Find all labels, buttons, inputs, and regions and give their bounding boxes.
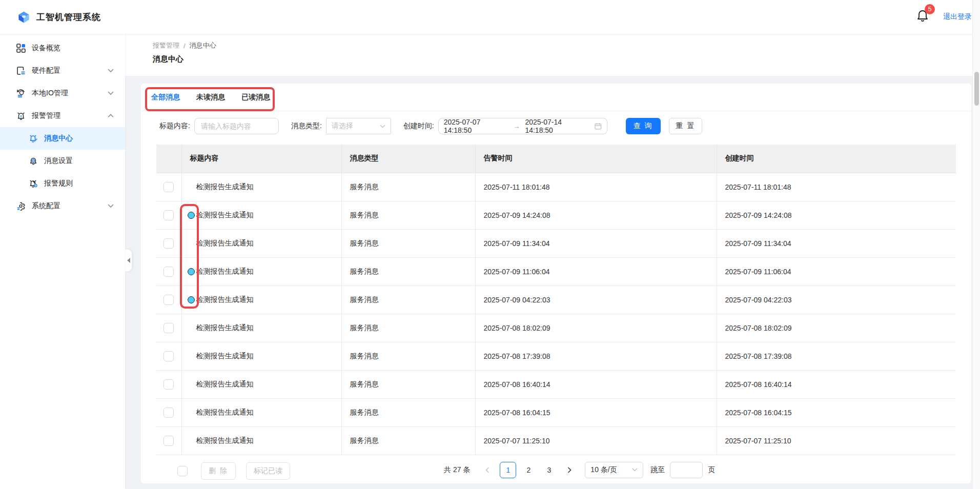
grid-icon xyxy=(16,44,26,53)
delete-button[interactable]: 删 除 xyxy=(201,462,236,480)
sidebar-subitem-label: 消息设置 xyxy=(44,156,73,166)
sidebar-item-system-config[interactable]: 系统配置 xyxy=(0,195,125,217)
page-size-select[interactable]: 10 条/页 xyxy=(585,462,643,478)
alarm-icon xyxy=(16,111,26,120)
title-filter-label: 标题内容: xyxy=(159,121,190,131)
pagination-prev-button[interactable] xyxy=(479,462,496,478)
page-unit-label: 页 xyxy=(708,465,715,475)
message-settings-icon xyxy=(29,156,38,166)
table-row: 检测报告生成通知 服务消息 2025-07-08 18:02:09 2025-0… xyxy=(156,314,956,342)
row-checkbox[interactable] xyxy=(164,267,174,277)
table-row: 检测报告生成通知 服务消息 2025-07-09 04:22:03 2025-0… xyxy=(156,286,956,314)
tab-unread-messages[interactable]: 未读消息 xyxy=(196,84,225,111)
page-head: 报警管理 / 消息中心 消息中心 xyxy=(125,34,980,76)
breadcrumb-separator: / xyxy=(183,42,186,50)
row-alarm-time: 2025-07-09 04:22:03 xyxy=(475,286,717,314)
pagination-page-2[interactable]: 2 xyxy=(520,462,537,478)
column-header-type: 消息类型 xyxy=(341,145,475,173)
sidebar-subitem-alarm-rules[interactable]: 报警规则 xyxy=(0,172,125,195)
unread-dot xyxy=(188,296,195,303)
page-scrollbar xyxy=(972,0,980,489)
gear-icon xyxy=(16,201,26,211)
table-row: 检测报告生成通知 服务消息 2025-07-08 16:40:14 2025-0… xyxy=(156,370,956,398)
row-checkbox[interactable] xyxy=(164,351,174,361)
select-all-checkbox[interactable] xyxy=(177,466,188,476)
app-title: 工智机管理系统 xyxy=(36,11,101,23)
tab-read-messages[interactable]: 已读消息 xyxy=(241,84,270,111)
row-create-time: 2025-07-09 14:24:08 xyxy=(717,201,956,229)
row-title: 检测报告生成通知 xyxy=(196,436,254,444)
row-checkbox[interactable] xyxy=(164,295,174,305)
row-type: 服务消息 xyxy=(341,342,475,370)
mark-read-button[interactable]: 标记已读 xyxy=(246,462,290,480)
sidebar-subitem-label: 消息中心 xyxy=(44,134,73,143)
chevron-left-icon xyxy=(485,467,489,473)
row-type: 服务消息 xyxy=(341,229,475,257)
row-type: 服务消息 xyxy=(341,286,475,314)
main-content: 报警管理 / 消息中心 消息中心 全部消息 未读消息 已读消息 标题内容: 消息… xyxy=(125,34,980,489)
sidebar-item-alarm-management[interactable]: 报警管理 xyxy=(0,105,125,127)
row-checkbox[interactable] xyxy=(164,323,174,333)
select-chevron-icon xyxy=(380,125,385,128)
row-create-time: 2025-07-09 04:22:03 xyxy=(717,286,956,314)
row-title: 检测报告生成通知 xyxy=(196,380,254,388)
row-title: 检测报告生成通知 xyxy=(196,323,254,332)
notification-bell-button[interactable]: 5 xyxy=(916,9,930,25)
sidebar-item-device-overview[interactable]: 设备概览 xyxy=(0,37,125,59)
sidebar-subitem-message-center[interactable]: 消息中心 xyxy=(0,127,125,150)
filter-bar: 标题内容: 消息类型: 请选择 创建时间: 2025-07-07 14:18:5… xyxy=(141,111,971,135)
message-center-card: 全部消息 未读消息 已读消息 标题内容: 消息类型: 请选择 创建时间: 202… xyxy=(141,84,971,483)
row-checkbox[interactable] xyxy=(164,238,174,249)
jump-page-input[interactable] xyxy=(670,462,703,478)
table-row: 检测报告生成通知 服务消息 2025-07-07 11:25:10 2025-0… xyxy=(156,426,956,455)
pagination-total: 共 27 条 xyxy=(444,465,470,475)
row-checkbox[interactable] xyxy=(164,379,174,390)
row-checkbox[interactable] xyxy=(164,182,174,192)
type-filter-label: 消息类型: xyxy=(291,121,322,131)
row-type: 服务消息 xyxy=(341,173,475,201)
chevron-down-icon xyxy=(108,91,114,95)
type-filter-select[interactable]: 请选择 xyxy=(326,118,391,134)
row-create-time: 2025-07-09 11:06:04 xyxy=(717,257,956,286)
pagination-next-button[interactable] xyxy=(561,462,578,478)
notification-badge: 5 xyxy=(925,4,935,14)
row-checkbox[interactable] xyxy=(164,210,174,220)
breadcrumb: 报警管理 / 消息中心 xyxy=(153,41,980,50)
pagination-page-3[interactable]: 3 xyxy=(541,462,557,478)
sidebar-subitem-message-settings[interactable]: 消息设置 xyxy=(0,150,125,172)
row-type: 服务消息 xyxy=(341,314,475,342)
sidebar-item-label: 硬件配置 xyxy=(32,66,60,75)
sidebar-item-hardware-config[interactable]: 硬件配置 xyxy=(0,59,125,82)
column-header-alarm-time: 告警时间 xyxy=(475,145,717,173)
sidebar-item-local-io[interactable]: 本地IO管理 xyxy=(0,82,125,105)
sidebar-collapse-handle[interactable] xyxy=(125,250,132,271)
row-checkbox[interactable] xyxy=(164,408,174,418)
search-button[interactable]: 查 询 xyxy=(626,118,661,134)
header-checkbox-cell xyxy=(156,145,181,173)
pagination-page-1[interactable]: 1 xyxy=(500,462,516,478)
row-alarm-time: 2025-07-11 18:01:48 xyxy=(475,173,717,201)
table-footer: 删 除 标记已读 共 27 条 1 2 3 10 条/页 xyxy=(156,455,956,485)
row-type: 服务消息 xyxy=(341,398,475,426)
tab-all-messages[interactable]: 全部消息 xyxy=(151,84,180,111)
row-alarm-time: 2025-07-09 11:06:04 xyxy=(475,257,717,286)
logout-link[interactable]: 退出登录 xyxy=(943,12,972,22)
breadcrumb-current: 消息中心 xyxy=(190,41,216,50)
scrollbar-thumb[interactable] xyxy=(974,72,979,106)
row-type: 服务消息 xyxy=(341,426,475,455)
create-time-range-picker[interactable]: 2025-07-07 14:18:50 → 2025-07-14 14:18:5… xyxy=(438,118,607,134)
chevron-down-icon xyxy=(108,204,114,208)
reset-button[interactable]: 重 置 xyxy=(669,118,703,134)
row-alarm-time: 2025-07-07 11:25:10 xyxy=(475,426,717,455)
page-title: 消息中心 xyxy=(153,54,980,64)
row-alarm-time: 2025-07-08 16:04:15 xyxy=(475,398,717,426)
row-title: 检测报告生成通知 xyxy=(196,239,254,247)
row-type: 服务消息 xyxy=(341,370,475,398)
title-filter-input[interactable] xyxy=(194,118,279,134)
breadcrumb-parent[interactable]: 报警管理 xyxy=(153,41,179,50)
sidebar-item-label: 设备概览 xyxy=(32,44,60,53)
app-header: 工智机管理系统 5 退出登录 xyxy=(0,0,980,34)
row-checkbox[interactable] xyxy=(164,436,174,446)
row-create-time: 2025-07-09 11:34:04 xyxy=(717,229,956,257)
row-alarm-time: 2025-07-08 17:39:08 xyxy=(475,342,717,370)
